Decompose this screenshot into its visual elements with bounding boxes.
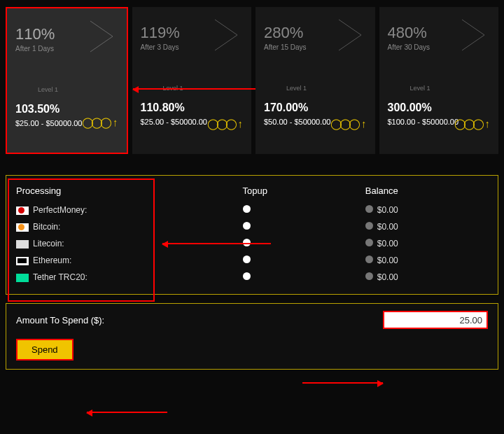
plan-value: 110.80% xyxy=(141,102,244,114)
coins-up-icon: ◯◯◯↑ xyxy=(82,116,118,129)
balance-radio[interactable] xyxy=(365,205,373,213)
balance-value: $0.00 xyxy=(377,222,398,232)
plan-level: Level 1 xyxy=(388,85,491,92)
processor-name: PerfectMoney: xyxy=(33,205,87,215)
processor-name: Ethereum: xyxy=(33,255,71,265)
plan-card-3[interactable]: 280% After 15 Days Level 1 170.00% $50.0… xyxy=(255,7,375,154)
plans-row: 110% After 1 Days Level 1 103.50% $25.00… xyxy=(6,7,498,154)
topup-radio[interactable] xyxy=(243,272,251,280)
perfectmoney-icon xyxy=(16,206,29,215)
coins-up-icon: ◯◯◯↑ xyxy=(454,118,491,130)
plan-value: 103.50% xyxy=(15,103,118,115)
table-row: Litecoin: $0.00 xyxy=(16,235,488,252)
topup-radio[interactable] xyxy=(243,255,251,263)
tether-trc20-icon xyxy=(16,274,29,282)
balance-radio[interactable] xyxy=(365,255,373,263)
plan-level: Level 1 xyxy=(264,85,367,92)
plan-value: 300.00% xyxy=(388,102,491,114)
annotation-arrow xyxy=(302,382,383,384)
table-row: PerfectMoney: $0.00 xyxy=(16,202,488,218)
topup-radio[interactable] xyxy=(243,239,251,246)
balance-value: $0.00 xyxy=(377,255,398,265)
spend-button[interactable]: Spend xyxy=(16,339,74,360)
coins-up-icon: ◯◯◯↑ xyxy=(207,118,244,130)
chevron-icon xyxy=(336,17,365,53)
table-header: Processing Topup Balance xyxy=(16,183,488,202)
topup-radio[interactable] xyxy=(243,205,251,213)
coins-up-icon: ◯◯◯↑ xyxy=(330,118,367,130)
processor-name: Bitcoin: xyxy=(33,222,60,232)
plan-value: 170.00% xyxy=(264,102,367,114)
header-processing: Processing xyxy=(16,186,243,196)
balance-radio[interactable] xyxy=(365,239,373,246)
bitcoin-icon xyxy=(16,223,29,232)
header-balance: Balance xyxy=(365,186,488,196)
plan-level: Level 1 xyxy=(141,85,244,92)
processor-name: Tether TRC20: xyxy=(33,272,88,282)
chevron-icon xyxy=(459,17,489,53)
header-topup: Topup xyxy=(243,186,365,196)
topup-radio[interactable] xyxy=(243,222,251,230)
amount-label: Amount To Spend ($): xyxy=(16,315,104,326)
annotation-arrow xyxy=(87,412,167,413)
balance-radio[interactable] xyxy=(365,272,373,280)
chevron-icon xyxy=(88,18,117,55)
balance-radio[interactable] xyxy=(365,222,373,230)
balance-value: $0.00 xyxy=(377,205,398,215)
processing-panel: Processing Topup Balance PerfectMoney: $… xyxy=(6,175,498,295)
processor-name: Litecoin: xyxy=(33,239,64,248)
plan-card-4[interactable]: 480% After 30 Days Level 1 300.00% $100.… xyxy=(379,7,499,154)
plan-level: Level 1 xyxy=(15,86,118,93)
litecoin-icon xyxy=(16,240,29,248)
plan-card-1[interactable]: 110% After 1 Days Level 1 103.50% $25.00… xyxy=(6,7,128,154)
ethereum-icon xyxy=(16,257,29,265)
amount-panel: Amount To Spend ($): Spend xyxy=(6,303,498,370)
balance-value: $0.00 xyxy=(377,239,398,248)
chevron-icon xyxy=(212,17,241,53)
table-row: Bitcoin: $0.00 xyxy=(16,218,488,235)
plan-card-2[interactable]: 119% After 3 Days Level 1 110.80% $25.00… xyxy=(132,7,252,154)
table-row: Tether TRC20: $0.00 xyxy=(16,269,488,286)
balance-value: $0.00 xyxy=(377,272,398,282)
table-row: Ethereum: $0.00 xyxy=(16,252,488,269)
amount-input[interactable] xyxy=(383,311,488,329)
